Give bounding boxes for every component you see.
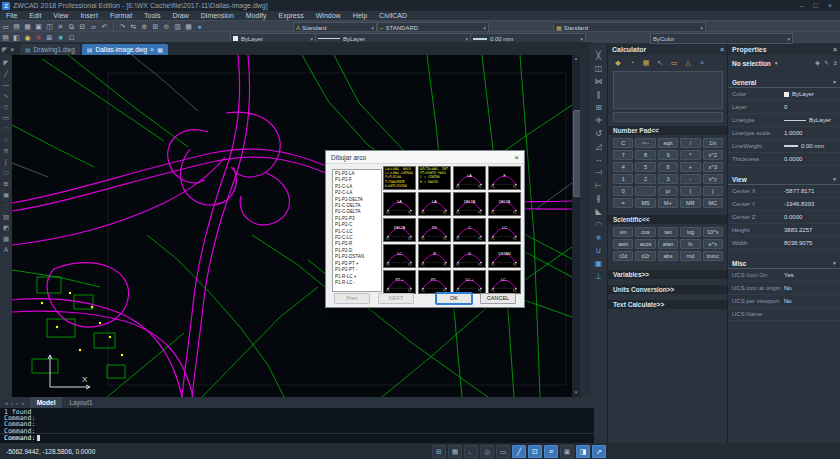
- paste-icon[interactable]: ⊟: [77, 22, 88, 31]
- calculator-close-icon[interactable]: ×: [720, 46, 724, 53]
- sci-acos-button[interactable]: acos: [635, 239, 655, 249]
- prev-button[interactable]: Prev: [334, 293, 370, 304]
- sci-10x-button[interactable]: 10^x: [703, 227, 723, 237]
- layer-lock-icon[interactable]: ⊠: [44, 33, 55, 42]
- calc-x3-button[interactable]: x^3: [703, 162, 723, 172]
- calc-2-button[interactable]: 2: [635, 174, 655, 184]
- section-header-general[interactable]: General▼: [728, 77, 840, 88]
- scientific-header[interactable]: Scientific<<: [608, 215, 728, 224]
- revcloud-icon[interactable]: ≋: [1, 145, 11, 156]
- calc-0-button[interactable]: 0: [613, 186, 633, 196]
- property-value[interactable]: 0.0000: [784, 156, 802, 162]
- select-icon[interactable]: ◤: [1, 57, 11, 68]
- section-textcalculate[interactable]: Text Calculate>>: [608, 300, 728, 309]
- sci-cos-button[interactable]: cos: [635, 227, 655, 237]
- pick-point-icon[interactable]: ↖: [655, 58, 665, 67]
- property-value[interactable]: -5877.8171: [784, 188, 814, 194]
- match-properties-icon[interactable]: ▱: [88, 22, 99, 31]
- move-icon[interactable]: ✛: [592, 114, 605, 127]
- esnap-icon[interactable]: ▭: [496, 445, 510, 458]
- calc--button[interactable]: ): [703, 186, 723, 196]
- measure-angle-icon[interactable]: △: [683, 58, 693, 67]
- arc-thumbnail-c[interactable]: P1P2C: [453, 218, 486, 242]
- break-icon[interactable]: ∦: [592, 192, 605, 205]
- layout-nav-icon-0[interactable]: «: [5, 400, 8, 406]
- next-button[interactable]: NEXT: [378, 293, 414, 304]
- annotation-icon[interactable]: ↗: [592, 445, 606, 458]
- arc-thumbnail-dstan[interactable]: P1P2DSTAN: [488, 244, 521, 268]
- measure-distance-icon[interactable]: ▭: [669, 58, 679, 67]
- sci-log-button[interactable]: log: [680, 227, 700, 237]
- calc-mr-button[interactable]: MR: [680, 198, 700, 208]
- calc-1x-button[interactable]: 1/x: [703, 138, 723, 148]
- snap-icon[interactable]: ⊞: [432, 445, 446, 458]
- calc--button[interactable]: .: [635, 186, 655, 196]
- fillet-icon[interactable]: ◠: [592, 218, 605, 231]
- join-icon[interactable]: ∪: [592, 244, 605, 257]
- polygon-icon[interactable]: ◇: [1, 101, 11, 112]
- ucs-icon-tool[interactable]: ⊥: [592, 270, 605, 283]
- offset-icon[interactable]: ∥: [592, 88, 605, 101]
- plotstyle-combo[interactable]: ByColor▾: [650, 33, 793, 44]
- calc-ms-button[interactable]: MS: [635, 198, 655, 208]
- selection-dropdown[interactable]: No selection ▼ ◈↖±: [728, 55, 840, 69]
- dynamic-ucs-icon[interactable]: ▣: [560, 445, 574, 458]
- explode-icon[interactable]: ∗: [592, 231, 605, 244]
- layout-nav-icon-1[interactable]: ‹: [11, 400, 13, 406]
- property-value[interactable]: ByLayer: [784, 91, 814, 97]
- property-value[interactable]: No: [784, 285, 792, 291]
- calculator-display[interactable]: [613, 71, 723, 109]
- arc-method-list[interactable]: P1-P2-LAP1-P2-FP1-C-LAP2-C-LAP1-P2-DELTA…: [332, 169, 382, 292]
- property-value[interactable]: No: [784, 298, 792, 304]
- render-icon[interactable]: ●: [194, 22, 205, 31]
- sci-trunc-button[interactable]: trunc: [703, 251, 723, 261]
- menu-view[interactable]: View: [47, 11, 74, 20]
- layer-states-icon[interactable]: ◧: [11, 33, 22, 42]
- menu-modify[interactable]: Modify: [240, 11, 273, 20]
- circle-icon[interactable]: ○: [1, 134, 11, 145]
- point-icon[interactable]: ·: [1, 200, 11, 211]
- minimize-button[interactable]: –: [800, 2, 804, 9]
- plot-preview-icon[interactable]: ◫: [44, 22, 55, 31]
- property-value[interactable]: 0.00 mm: [784, 143, 824, 149]
- layer-color-icon[interactable]: ■: [55, 33, 66, 42]
- sci-sin-button[interactable]: sin: [613, 227, 633, 237]
- calc-1-button[interactable]: 1: [613, 174, 633, 184]
- grid-icon[interactable]: ▦: [448, 445, 462, 458]
- arc-method-item[interactable]: P1-R-LC -: [335, 280, 381, 286]
- calc-pi-button[interactable]: pi: [658, 186, 678, 196]
- cancel-button[interactable]: CANCEL: [480, 293, 516, 304]
- array-icon[interactable]: ⊞: [592, 101, 605, 114]
- scale-icon[interactable]: ◿: [592, 140, 605, 153]
- group-icon[interactable]: ▣: [592, 257, 605, 270]
- arc-thumbnail-pt[interactable]: P1P2PT -: [418, 270, 451, 294]
- calc--button[interactable]: -: [680, 174, 700, 184]
- tab-layout1[interactable]: Layout1: [62, 397, 99, 408]
- close-button[interactable]: ×: [828, 2, 832, 9]
- property-value[interactable]: 0.0000: [784, 214, 802, 220]
- layer-freeze-icon[interactable]: ※: [33, 33, 44, 42]
- arc-thumbnail-pt[interactable]: P1P2PT +: [383, 270, 416, 294]
- calc-xy-button[interactable]: x^y: [703, 174, 723, 184]
- calc-4-button[interactable]: 4: [613, 162, 633, 172]
- dialog-title-bar[interactable]: Dibujar arco ×: [326, 151, 524, 164]
- hatch-icon[interactable]: ▨: [1, 211, 11, 222]
- menu-edit[interactable]: Edit: [23, 11, 47, 20]
- ok-button[interactable]: OK: [436, 293, 472, 304]
- erase-icon[interactable]: ╳: [592, 49, 605, 62]
- sci-d2r-button[interactable]: d2r: [635, 251, 655, 261]
- sci-rnd-button[interactable]: rnd: [680, 251, 700, 261]
- calc-mc-button[interactable]: MC: [703, 198, 723, 208]
- copy-object-icon[interactable]: ◫: [592, 62, 605, 75]
- menu-express[interactable]: Express: [272, 11, 309, 20]
- property-value[interactable]: 0: [784, 104, 787, 110]
- zoom-previous-icon[interactable]: ⊖: [161, 22, 172, 31]
- menu-help[interactable]: Help: [347, 11, 373, 20]
- calc-sqrt-button[interactable]: sqrt: [658, 138, 678, 148]
- rotate-icon[interactable]: ↺: [592, 127, 605, 140]
- toggle-pickadd-icon[interactable]: ±: [833, 59, 837, 67]
- property-value[interactable]: 8038.9075: [784, 240, 812, 246]
- table-icon[interactable]: ▦: [1, 233, 11, 244]
- lineweight-display-icon[interactable]: ≡: [544, 445, 558, 458]
- property-value[interactable]: 3883.2257: [784, 227, 812, 233]
